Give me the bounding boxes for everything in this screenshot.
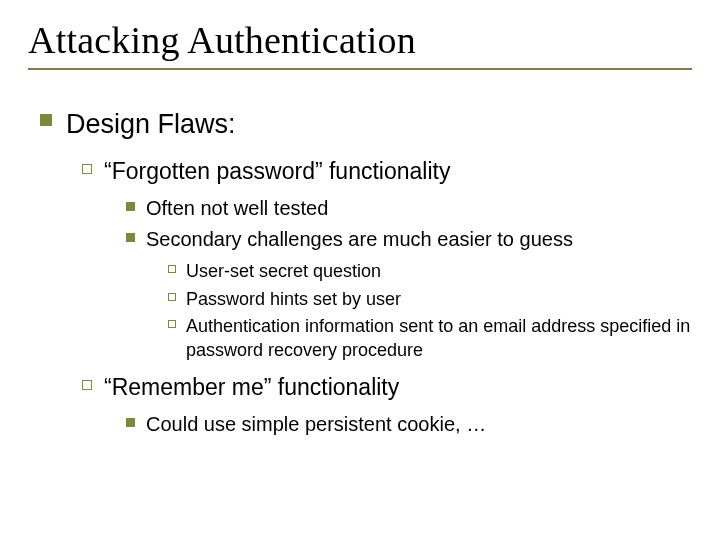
list-item-label: Authentication information sent to an em…: [186, 314, 692, 363]
list-item-label: Secondary challenges are much easier to …: [146, 226, 692, 253]
list-item: Often not well tested: [126, 195, 692, 222]
list-item: Could use simple persistent cookie, …: [126, 411, 692, 438]
list-item-label: “Remember me” functionality: [104, 372, 692, 403]
list-item-label: Password hints set by user: [186, 287, 692, 311]
open-square-bullet-icon: [82, 164, 92, 174]
open-square-bullet-icon: [168, 320, 176, 328]
open-square-bullet-icon: [168, 265, 176, 273]
list-item: “Remember me” functionality: [82, 372, 692, 403]
list-item-label: User-set secret question: [186, 259, 692, 283]
square-bullet-icon: [126, 233, 135, 242]
open-square-bullet-icon: [168, 293, 176, 301]
square-bullet-icon: [126, 202, 135, 211]
list-item: Design Flaws:: [40, 106, 692, 142]
list-item-label: Design Flaws:: [66, 106, 692, 142]
list-item: “Forgotten password” functionality: [82, 156, 692, 187]
list-item-label: Often not well tested: [146, 195, 692, 222]
open-square-bullet-icon: [82, 380, 92, 390]
list-item: Authentication information sent to an em…: [168, 314, 692, 363]
square-bullet-icon: [40, 114, 52, 126]
list-item: Password hints set by user: [168, 287, 692, 311]
title-underline: [28, 68, 692, 70]
list-item-label: Could use simple persistent cookie, …: [146, 411, 692, 438]
list-item: Secondary challenges are much easier to …: [126, 226, 692, 253]
slide-title: Attacking Authentication: [28, 18, 692, 62]
list-item: User-set secret question: [168, 259, 692, 283]
slide: Attacking Authentication Design Flaws: “…: [0, 0, 720, 540]
square-bullet-icon: [126, 418, 135, 427]
list-item-label: “Forgotten password” functionality: [104, 156, 692, 187]
